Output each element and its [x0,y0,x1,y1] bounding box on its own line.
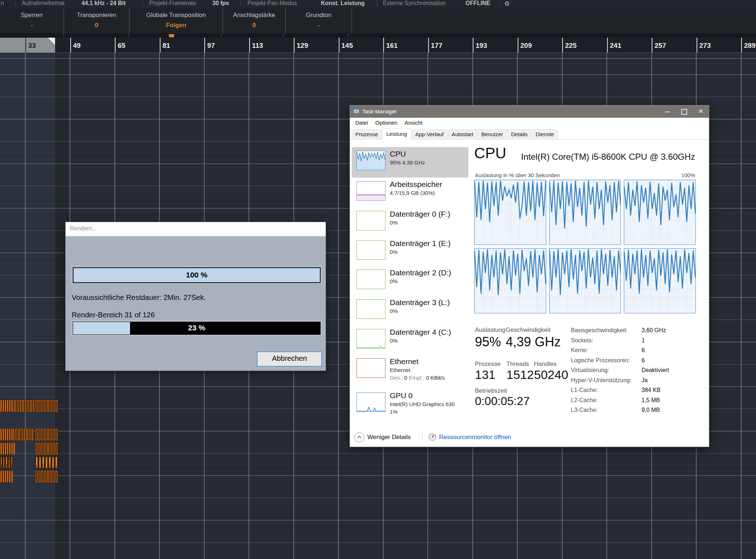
midi-clip[interactable] [0,443,2,455]
tab-app-verlauf[interactable]: App-Verlauf [412,129,447,139]
midi-clip-group[interactable] [35,442,58,455]
framerate-value[interactable]: 30 fps [212,0,229,8]
transport-field-sperren[interactable]: Sperren- [0,8,64,33]
midi-clip[interactable] [50,400,52,412]
sidebar-item-gpu[interactable]: GPU 0Intel(R) UHD Graphics 6301% [352,389,468,425]
less-details-button[interactable]: Weniger Details [367,434,411,441]
midi-clip[interactable] [18,429,20,441]
midi-clip[interactable] [50,471,52,483]
midi-clip[interactable] [45,456,48,468]
sidebar-item-memory[interactable]: Arbeitsspeicher4,7/15,9 GB (30%) [352,178,468,207]
maximize-button[interactable] [676,105,692,118]
midi-clip[interactable] [35,400,38,412]
midi-clip[interactable] [30,400,32,412]
midi-clip[interactable] [11,456,13,468]
midi-clip[interactable] [0,429,2,441]
midi-clip[interactable] [0,400,2,412]
pan-mode-value[interactable]: Konst. Leistung [321,0,365,8]
close-button[interactable]: ✕ [693,105,709,118]
sidebar-item-disk0[interactable]: Datenträger 0 (F:)0% [352,207,468,237]
record-format-value[interactable]: 44.1 kHz - 24 Bit [82,0,126,8]
resource-monitor-icon[interactable] [428,433,437,442]
midi-clip[interactable] [11,443,13,455]
midi-clip[interactable] [24,429,25,441]
midi-clip[interactable] [11,400,13,412]
menu-datei[interactable]: Datei [352,120,371,126]
midi-clip[interactable] [39,456,41,468]
midi-clip[interactable] [41,400,43,412]
midi-clip-group[interactable] [35,400,58,412]
midi-clip[interactable] [5,456,7,468]
midi-clip[interactable] [41,443,43,455]
midi-clip[interactable] [25,400,26,412]
midi-clip[interactable] [42,456,45,468]
sidebar-item-cpu[interactable]: CPU95% 4,39 GHz [352,147,468,178]
midi-clip[interactable] [49,456,51,468]
midi-clip[interactable] [3,456,5,468]
midi-clip-group[interactable] [0,442,13,455]
transport-field-value[interactable]: Folgen [130,22,222,29]
midi-clip[interactable] [38,429,41,441]
midi-clip-group[interactable] [0,428,13,441]
menu-optionen[interactable]: Optionen [372,120,401,126]
chevron-up-icon[interactable] [354,432,364,442]
midi-clip[interactable] [7,400,8,412]
midi-clip[interactable] [3,429,4,441]
midi-clip[interactable] [50,443,52,455]
tab-benutzer[interactable]: Benutzer [478,129,507,139]
midi-clip[interactable] [9,429,11,441]
sidebar-item-disk4[interactable]: Datenträger 4 (C:)0% [352,325,468,355]
midi-clip[interactable] [27,400,29,412]
tab-autostart[interactable]: Autostart [448,129,477,139]
transport-field-transponieren[interactable]: Transponieren0 [64,8,130,33]
midi-clip-group[interactable] [35,470,58,483]
transport-field-value[interactable]: 0 [223,22,285,29]
midi-clip[interactable] [17,400,18,412]
midi-clip[interactable] [7,443,8,455]
midi-clip[interactable] [55,400,58,412]
midi-clip[interactable] [5,471,6,483]
tab-dienste[interactable]: Dienste [532,129,558,139]
midi-clip[interactable] [3,400,4,412]
midi-clip[interactable] [55,429,58,441]
transport-field-value[interactable]: 0 [64,22,129,29]
midi-clip-group[interactable] [0,456,13,469]
playhead-marker-icon[interactable] [169,34,174,37]
midi-clip[interactable] [35,443,38,455]
midi-clip[interactable] [53,443,55,455]
midi-clip[interactable] [32,429,33,441]
transport-field-value[interactable]: - [0,22,63,29]
sidebar-item-disk2[interactable]: Datenträger 2 (D:)0% [352,266,468,296]
midi-clip[interactable] [3,471,4,483]
midi-clip[interactable] [33,400,34,412]
menu-ansicht[interactable]: Ansicht [401,120,426,126]
midi-clip[interactable] [44,471,46,483]
tab-leistung[interactable]: Leistung [383,128,411,139]
midi-clip[interactable] [29,429,30,441]
midi-clip[interactable] [9,443,11,455]
midi-clip[interactable] [44,443,46,455]
midi-clip[interactable] [35,456,38,468]
midi-clip[interactable] [3,443,4,455]
midi-clip[interactable] [11,471,13,483]
midi-clip[interactable] [38,400,41,412]
midi-clip[interactable] [7,429,8,441]
midi-clip[interactable] [7,471,8,483]
midi-clip[interactable] [47,400,49,412]
midi-clip[interactable] [8,456,10,468]
midi-clip[interactable] [44,429,46,441]
midi-clip[interactable] [38,443,41,455]
midi-clip[interactable] [15,429,17,441]
resource-monitor-link[interactable]: Ressourcenmonitor öffnen [439,434,511,441]
tab-prozesse[interactable]: Prozesse [352,129,382,139]
midi-clip-group[interactable] [35,456,58,469]
midi-clip[interactable] [47,471,49,483]
midi-clip[interactable] [20,400,21,412]
cancel-button[interactable]: Abbrechen [257,351,322,367]
midi-clip[interactable] [38,471,41,483]
midi-clip[interactable] [5,429,6,441]
midi-clip-group[interactable] [0,470,13,483]
external-sync-value[interactable]: OFFLINE [465,0,490,8]
midi-clip[interactable] [5,443,6,455]
midi-clip[interactable] [22,400,24,412]
